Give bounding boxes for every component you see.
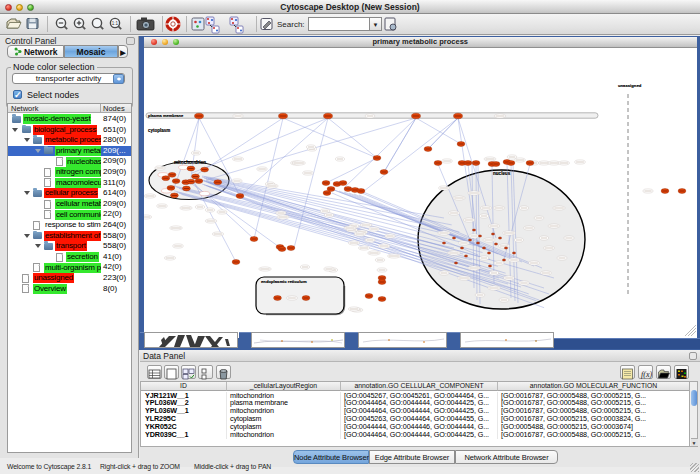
- svg-text:unassigned: unassigned: [618, 83, 642, 88]
- svg-text:endoplasmic reticulum: endoplasmic reticulum: [261, 279, 307, 284]
- svg-text:nucleus: nucleus: [493, 170, 511, 175]
- svg-text:1:1: 1:1: [112, 21, 119, 26]
- svg-text:cytoplasm: cytoplasm: [148, 128, 170, 133]
- svg-text:f(x): f(x): [641, 370, 652, 379]
- svg-text:plasma membrane: plasma membrane: [148, 113, 184, 118]
- svg-text:mitochondrion: mitochondrion: [174, 159, 206, 164]
